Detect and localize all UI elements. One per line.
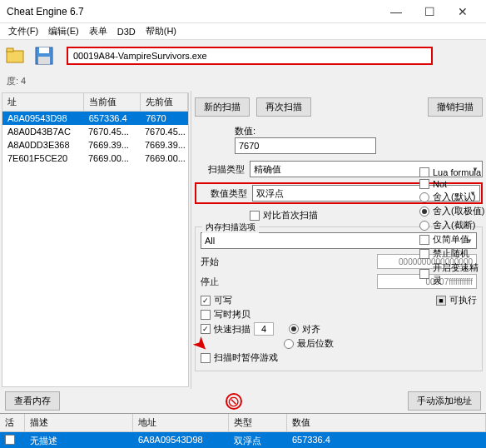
result-row[interactable]: A8A0DD3E368 7669.39... 7669.39... (2, 138, 188, 152)
col-value[interactable]: 数值 (287, 414, 486, 431)
result-row[interactable]: 7E601F5CE20 7669.00... 7669.00... (2, 152, 188, 165)
menu-edit[interactable]: 编辑(E) (43, 25, 84, 37)
open-icon[interactable] (3, 43, 28, 68)
process-name: 00019A84-VampireSurvivors.exe (73, 51, 207, 61)
start-label: 开始 (201, 256, 226, 268)
svg-rect-4 (38, 57, 50, 64)
view-memory-button[interactable]: 查看内存 (5, 391, 60, 411)
round-default-radio[interactable] (419, 192, 429, 202)
menu-help[interactable]: 帮助(H) (141, 25, 181, 37)
col-type[interactable]: 类型 (229, 414, 287, 431)
menu-d3d[interactable]: D3D (112, 27, 141, 37)
result-row[interactable]: A8A09543D98 657336.4 7670 (2, 112, 188, 125)
lua-checkbox[interactable] (419, 167, 429, 177)
round-trunc-radio[interactable] (419, 221, 429, 231)
norandom-checkbox[interactable] (419, 249, 429, 259)
address-list-row[interactable]: 无描述 6A8A09543D98 双浮点 657336.4 (0, 432, 486, 448)
compare-first-checkbox[interactable] (250, 211, 260, 221)
next-scan-button[interactable]: 再次扫描 (256, 97, 311, 117)
writable-checkbox[interactable]: ✓ (201, 296, 211, 306)
svg-rect-0 (7, 51, 23, 62)
cow-checkbox[interactable] (201, 310, 211, 320)
stop-label: 停止 (201, 276, 226, 288)
process-selector[interactable]: 00019A84-VampireSurvivors.exe (67, 47, 433, 65)
scan-results-table[interactable]: 址 当前值 先前值 A8A09543D98 657336.4 7670 A8A0… (2, 92, 189, 387)
minimize-button[interactable]: — (379, 5, 413, 18)
new-scan-button[interactable]: 新的扫描 (195, 97, 250, 117)
value-input[interactable] (235, 137, 376, 154)
save-icon[interactable] (32, 43, 57, 68)
close-button[interactable]: ✕ (446, 5, 479, 18)
progress-label: 度: 4 (0, 72, 486, 91)
scan-type-label: 扫描类型 (195, 163, 245, 176)
col-active[interactable]: 活 (0, 414, 25, 431)
result-row[interactable]: A8A0D43B7AC 7670.45... 7670.45... (2, 125, 188, 138)
col-address[interactable]: 址 (2, 93, 84, 111)
svg-rect-1 (7, 48, 13, 52)
svg-rect-3 (39, 47, 49, 53)
no-sign-icon: ⊘ (226, 393, 242, 410)
simple-checkbox[interactable] (419, 235, 429, 245)
mem-options-legend: 内存扫描选项 (202, 222, 259, 233)
fast-scan-value[interactable] (254, 322, 274, 336)
col-addr[interactable]: 地址 (133, 414, 229, 431)
menu-file[interactable]: 文件(F) (3, 25, 43, 37)
window-title: Cheat Engine 6.7 (7, 6, 379, 17)
align-radio[interactable] (289, 324, 299, 334)
maximize-button[interactable]: ☐ (413, 5, 446, 18)
col-desc[interactable]: 描述 (25, 414, 133, 431)
col-previous[interactable]: 先前值 (141, 93, 188, 111)
menu-table[interactable]: 表单 (84, 25, 112, 37)
value-type-label: 数值类型 (197, 187, 247, 200)
undo-scan-button[interactable]: 撤销扫描 (428, 97, 483, 117)
value-label: 数值: (235, 125, 483, 137)
add-manual-button[interactable]: 手动添加地址 (408, 391, 481, 411)
compare-first-label: 对比首次扫描 (263, 209, 318, 222)
speedhack-checkbox[interactable] (419, 269, 429, 279)
pause-game-checkbox[interactable] (201, 353, 211, 363)
round-extreme-radio[interactable] (419, 207, 429, 217)
last-digit-radio[interactable] (284, 339, 294, 349)
executable-checkbox[interactable]: ■ (436, 296, 446, 306)
freeze-checkbox[interactable] (5, 435, 15, 445)
not-checkbox[interactable] (419, 179, 429, 189)
col-current[interactable]: 当前值 (84, 93, 141, 111)
